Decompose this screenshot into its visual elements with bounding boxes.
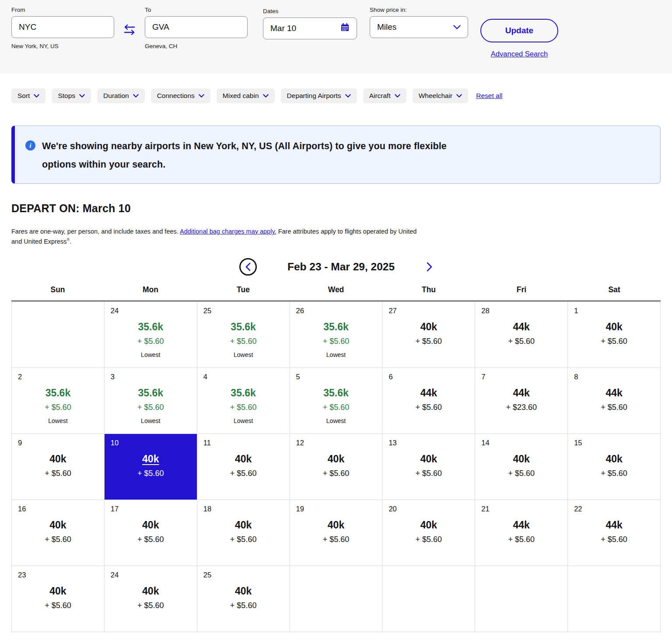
calendar-day-12[interactable]: 1240k+ $5.60 <box>290 434 382 500</box>
prev-weeks-button[interactable] <box>239 258 257 276</box>
calendar-day-4[interactable]: 435.6k+ $5.60Lowest <box>197 368 290 434</box>
calendar-day-25[interactable]: 2540k+ $5.60 <box>197 566 290 632</box>
fare-cash: + $5.60 <box>568 403 660 412</box>
day-number: 18 <box>203 505 211 513</box>
calendar-day-15[interactable]: 1540k+ $5.60 <box>568 434 660 500</box>
calendar-day-7[interactable]: 744k+ $23.60 <box>475 368 567 434</box>
calendar-day-1[interactable]: 140k+ $5.60 <box>568 302 660 367</box>
calendar-day-14[interactable]: 1440k+ $5.60 <box>475 434 567 500</box>
calendar-day-28[interactable]: 2844k+ $5.60 <box>475 302 567 367</box>
to-input[interactable]: GVA <box>145 16 248 38</box>
fare-cash: + $5.60 <box>568 535 660 544</box>
day-number: 6 <box>388 373 392 381</box>
calendar-day-23[interactable]: 2340k+ $5.60 <box>12 566 104 632</box>
calendar-day-5[interactable]: 535.6k+ $5.60Lowest <box>290 368 382 434</box>
filter-chip-label: Connections <box>157 92 195 100</box>
price-unit-label: Show price in: <box>370 7 468 13</box>
fare-miles: 40k <box>12 453 104 465</box>
next-weeks-button[interactable] <box>426 262 433 272</box>
nearby-airports-banner: i We're showing nearby airports in New Y… <box>11 126 661 184</box>
lowest-badge: Lowest <box>290 417 382 424</box>
calendar-day-headers: SunMonTueWedThuFriSat <box>11 285 661 300</box>
calendar-day-20[interactable]: 2040k+ $5.60 <box>382 500 475 566</box>
calendar-day-13[interactable]: 1340k+ $5.60 <box>382 434 475 500</box>
filter-chip-duration[interactable]: Duration <box>97 88 145 103</box>
day-number: 22 <box>574 505 582 513</box>
calendar-day-11[interactable]: 1140k+ $5.60 <box>197 434 290 500</box>
fare-calendar-grid: 2435.6k+ $5.60Lowest2535.6k+ $5.60Lowest… <box>11 302 661 632</box>
calendar-day-2[interactable]: 235.6k+ $5.60Lowest <box>12 368 104 434</box>
fare-cash: + $5.60 <box>382 337 475 346</box>
fare-miles: 40k <box>105 519 197 531</box>
chevron-down-icon <box>453 22 461 32</box>
day-number: 7 <box>481 373 485 381</box>
fare-info: 40k+ $5.60 <box>197 434 290 478</box>
calendar-day-24[interactable]: 2435.6k+ $5.60Lowest <box>105 302 197 367</box>
day-header-sun: Sun <box>11 285 104 294</box>
fare-cash: + $5.60 <box>382 403 475 412</box>
calendar-day-21[interactable]: 2144k+ $5.60 <box>475 500 567 566</box>
calendar-day-9[interactable]: 940k+ $5.60 <box>12 434 104 500</box>
fare-miles: 35.6k <box>197 321 290 333</box>
calendar-day-8[interactable]: 844k+ $5.60 <box>568 368 660 434</box>
calendar-day-19[interactable]: 1940k+ $5.60 <box>290 500 382 566</box>
fare-miles: 35.6k <box>290 321 382 333</box>
price-unit-value: Miles <box>377 22 396 32</box>
from-field-group: From NYC New York, NY, US <box>11 7 114 49</box>
filter-chip-wheelchair[interactable]: Wheelchair <box>413 88 469 103</box>
fare-miles: 40k <box>290 453 382 465</box>
fare-miles: 44k <box>475 387 567 399</box>
fare-info: 35.6k+ $5.60Lowest <box>197 368 290 424</box>
day-number: 24 <box>111 307 119 315</box>
dates-value: Mar 10 <box>270 24 296 33</box>
calendar-day-18[interactable]: 1840k+ $5.60 <box>197 500 290 566</box>
day-number: 10 <box>111 439 119 447</box>
lowest-badge: Lowest <box>105 417 197 424</box>
calendar-day-3[interactable]: 335.6k+ $5.60Lowest <box>105 368 197 434</box>
fare-miles: 44k <box>475 519 567 531</box>
info-icon: i <box>25 140 35 150</box>
calendar-empty-cell <box>568 566 660 632</box>
swap-airports-icon[interactable] <box>123 24 136 37</box>
advanced-search-link[interactable]: Advanced Search <box>491 50 548 58</box>
filter-chip-departing-airports[interactable]: Departing Airports <box>281 88 357 103</box>
day-number: 2 <box>18 373 22 381</box>
calendar-day-22[interactable]: 2244k+ $5.60 <box>568 500 660 566</box>
day-header-thu: Thu <box>382 285 475 294</box>
day-header-wed: Wed <box>290 285 382 294</box>
fare-cash: + $5.60 <box>382 469 475 478</box>
calendar-day-17[interactable]: 1740k+ $5.60 <box>105 500 197 566</box>
calendar-day-25[interactable]: 2535.6k+ $5.60Lowest <box>197 302 290 367</box>
day-number: 16 <box>18 505 26 513</box>
fare-info: 40k+ $5.60 <box>12 434 104 478</box>
calendar-day-27[interactable]: 2740k+ $5.60 <box>382 302 475 367</box>
chevron-down-icon <box>345 94 351 98</box>
fare-miles: 40k <box>382 321 475 333</box>
calendar-empty-cell <box>382 566 475 632</box>
calendar-day-16[interactable]: 1640k+ $5.60 <box>12 500 104 566</box>
fare-cash: + $5.60 <box>568 337 660 346</box>
calendar-day-10-selected[interactable]: 1040k+ $5.60 <box>105 434 197 500</box>
update-button[interactable]: Update <box>480 19 558 42</box>
filter-chip-connections[interactable]: Connections <box>151 88 210 103</box>
fare-cash: + $5.60 <box>475 469 567 478</box>
calendar-day-24[interactable]: 2440k+ $5.60 <box>105 566 197 632</box>
price-unit-select[interactable]: Miles <box>370 16 468 38</box>
search-bar: From NYC New York, NY, US To GVA Geneva,… <box>0 0 672 73</box>
dates-input[interactable]: Mar 10 <box>263 17 357 39</box>
calendar-day-6[interactable]: 644k+ $5.60 <box>382 368 475 434</box>
filter-chip-mixed-cabin[interactable]: Mixed cabin <box>217 88 275 103</box>
fare-cash: + $5.60 <box>568 469 660 478</box>
chevron-down-icon <box>199 94 204 98</box>
chevron-down-icon <box>263 94 269 98</box>
filter-chip-aircraft[interactable]: Aircraft <box>363 88 406 103</box>
calendar-day-26[interactable]: 2635.6k+ $5.60Lowest <box>290 302 382 367</box>
from-input[interactable]: NYC <box>11 16 114 38</box>
bag-charges-link[interactable]: Additional bag charges may apply. <box>180 228 276 235</box>
filter-chip-sort[interactable]: Sort <box>11 88 46 103</box>
reset-all-link[interactable]: Reset all <box>476 92 502 100</box>
fare-cash: + $5.60 <box>197 535 290 544</box>
fare-miles: 40k <box>197 453 290 465</box>
filter-chip-label: Departing Airports <box>287 92 341 100</box>
filter-chip-stops[interactable]: Stops <box>52 88 91 103</box>
